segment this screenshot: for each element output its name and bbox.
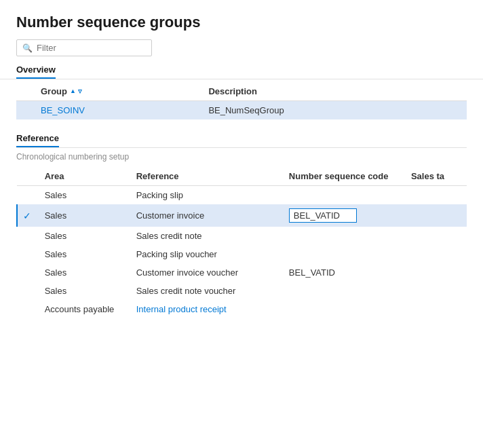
ref-row-reference: Packing slip voucher: [131, 245, 284, 263]
overview-col-check: [16, 82, 35, 101]
reference-value: Sales credit note: [136, 231, 202, 241]
reference-value: Customer invoice: [136, 210, 204, 221]
ref-row-area: Sales: [39, 245, 131, 263]
filter-input[interactable]: [37, 43, 146, 53]
ref-row-salesta: [406, 245, 467, 263]
numseq-value: BEL_VATID: [289, 267, 335, 278]
reference-table: Area Reference Number sequence code Sale…: [16, 167, 467, 318]
overview-table-row[interactable]: BE_SOINV BE_NumSeqGroup: [16, 101, 467, 120]
ref-row-numseq: [284, 186, 406, 205]
reference-value: Sales credit note voucher: [136, 286, 236, 296]
ref-col-check: [17, 167, 39, 186]
overview-tab-label: Overview: [16, 64, 56, 79]
overview-table: Group ▲ ▿ Description BE_SOINV BE_NumSeq…: [16, 82, 467, 119]
reference-table-row[interactable]: Sales Sales credit note: [17, 227, 467, 245]
overview-tab[interactable]: Overview: [0, 64, 483, 79]
reference-table-row[interactable]: Accounts payable Internal product receip…: [17, 300, 467, 318]
reference-sub-label: Chronological numbering setup: [16, 152, 467, 162]
reference-tab[interactable]: Reference: [16, 133, 467, 147]
ref-row-numseq[interactable]: [284, 204, 406, 227]
overview-header-row: Group ▲ ▿ Description: [16, 82, 467, 101]
ref-col-numseq: Number sequence code: [284, 167, 406, 186]
ref-row-check: [17, 227, 39, 245]
sort-icon[interactable]: ▲: [70, 88, 76, 94]
ref-row-reference: Sales credit note voucher: [131, 282, 284, 300]
row-checkmark: ✓: [23, 210, 31, 221]
overview-row-description: BE_NumSeqGroup: [203, 101, 467, 120]
ref-row-check: [17, 263, 39, 282]
ref-col-salesta: Sales ta: [406, 167, 467, 186]
overview-section: Group ▲ ▿ Description BE_SOINV BE_NumSeq…: [0, 82, 483, 119]
ref-row-numseq: [284, 282, 406, 300]
reference-table-row[interactable]: Sales Packing slip: [17, 186, 467, 205]
ref-row-salesta: [406, 282, 467, 300]
ref-row-salesta: [406, 204, 467, 227]
numseq-input[interactable]: [289, 208, 357, 223]
ref-row-salesta: [406, 300, 467, 318]
group-filter-icon[interactable]: ▿: [78, 87, 82, 96]
ref-col-reference: Reference: [131, 167, 284, 186]
ref-row-check: [17, 245, 39, 263]
ref-row-numseq: [284, 300, 406, 318]
reference-value: Packing slip voucher: [136, 249, 217, 259]
page-title: Number sequence groups: [0, 0, 483, 39]
filter-input-wrapper[interactable]: 🔍: [16, 39, 152, 56]
overview-row-group[interactable]: BE_SOINV: [35, 101, 203, 120]
overview-col-group[interactable]: Group ▲ ▿: [35, 82, 203, 101]
ref-row-check: [17, 282, 39, 300]
reference-link[interactable]: Internal product receipt: [136, 304, 227, 314]
ref-col-area: Area: [39, 167, 131, 186]
reference-table-row[interactable]: ✓ Sales Customer invoice: [17, 204, 467, 227]
ref-row-check: [17, 186, 39, 205]
ref-row-reference: Customer invoice: [131, 204, 284, 227]
ref-row-numseq: BEL_VATID: [284, 263, 406, 282]
ref-row-area: Sales: [39, 204, 131, 227]
ref-row-salesta: [406, 227, 467, 245]
ref-row-reference[interactable]: Internal product receipt: [131, 300, 284, 318]
search-icon: 🔍: [22, 43, 33, 53]
ref-row-salesta: [406, 263, 467, 282]
overview-row-check: [16, 101, 35, 120]
ref-row-reference: Packing slip: [131, 186, 284, 205]
ref-row-area: Sales: [39, 186, 131, 205]
reference-tab-label: Reference: [16, 133, 59, 147]
ref-row-salesta: [406, 186, 467, 205]
reference-table-row[interactable]: Sales Customer invoice voucher BEL_VATID: [17, 263, 467, 282]
reference-section: Reference Chronological numbering setup …: [0, 119, 483, 318]
ref-row-check: [17, 300, 39, 318]
ref-row-area: Sales: [39, 227, 131, 245]
ref-row-area: Accounts payable: [39, 300, 131, 318]
reference-table-row[interactable]: Sales Packing slip voucher: [17, 245, 467, 263]
ref-row-area: Sales: [39, 282, 131, 300]
reference-value: Customer invoice voucher: [136, 267, 238, 278]
reference-value: Packing slip: [136, 190, 183, 200]
ref-row-area: Sales: [39, 263, 131, 282]
ref-row-check: ✓: [17, 204, 39, 227]
ref-row-reference: Customer invoice voucher: [131, 263, 284, 282]
ref-row-numseq: [284, 245, 406, 263]
overview-col-description: Description: [203, 82, 467, 101]
filter-bar: 🔍: [0, 39, 483, 64]
ref-row-numseq: [284, 227, 406, 245]
ref-row-reference: Sales credit note: [131, 227, 284, 245]
group-link[interactable]: BE_SOINV: [41, 105, 85, 115]
reference-table-row[interactable]: Sales Sales credit note voucher: [17, 282, 467, 300]
reference-header-row: Area Reference Number sequence code Sale…: [17, 167, 467, 186]
